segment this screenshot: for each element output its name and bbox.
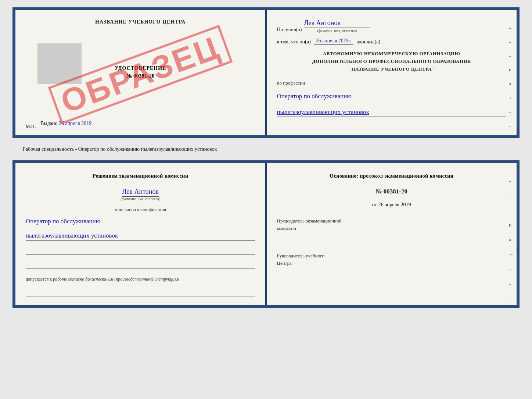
vydano-date: 26 апреля 2019 (59, 121, 91, 127)
udostoverenie-block: УДОСТОВЕРЕНИЕ № 00381-20 (115, 65, 166, 79)
vydano-label: Выдано (40, 121, 58, 126)
profession-line2: пылегазоулавливающих установок (277, 108, 507, 117)
vtom-label: в том, что он(а) (277, 39, 311, 45)
po-professii-label: по профессии (277, 80, 507, 86)
bottom-fio-name: Лев Антонов (122, 188, 159, 197)
komissii-label: комиссии (277, 225, 507, 232)
top-right-panel: Получил(а) Лев Антонов (фамилия, имя, от… (267, 10, 517, 135)
dopuskaetsya-label: допускается к (26, 277, 52, 282)
dash-right: – (372, 27, 375, 33)
poluchil-label: Получил(а) (277, 27, 302, 33)
empty-line-2 (26, 262, 255, 268)
reshen-title: Решением экзаменационной комиссии (26, 172, 255, 180)
poluchil-line: Получил(а) Лев Антонов (фамилия, имя, от… (277, 19, 507, 33)
kvalif-line2: пылегазоулавливающих установок (26, 232, 255, 241)
centra-label: Центра (277, 260, 507, 267)
protocol-number: № 00381-20 (277, 188, 507, 195)
org-line1: АВТОНОМНУЮ НЕКОММЕРЧЕСКУЮ ОРГАНИЗАЦИЮ (277, 50, 507, 58)
rukovoditel-block: Руководитель учебного Центра (277, 252, 507, 276)
recipient-name: Лев Антонов (304, 19, 370, 28)
org-line2: ДОПОЛНИТЕЛЬНОГО ПРОФЕССИОНАЛЬНОГО ОБРАЗО… (277, 58, 507, 65)
photo-placeholder (37, 43, 82, 84)
middle-label: Рабочая специальность - Оператор по обсл… (12, 144, 520, 154)
ot-label: от (372, 202, 377, 207)
predsedatel-title: Председатель экзаменационной (277, 217, 507, 225)
osnovan-title: Основание: протокол экзаменационной коми… (277, 172, 507, 180)
rukovoditel-sign-line (277, 269, 328, 276)
bottom-right-panel: Основание: протокол экзаменационной коми… (267, 163, 517, 305)
fio-sublabel: (фамилия, имя, отчество) (304, 29, 370, 33)
bottom-document: Решением экзаменационной комиссии Лев Ан… (12, 160, 520, 308)
udostoverenie-number: № 00381-20 (115, 73, 166, 79)
ot-date-line: от 26 апреля 2019 (277, 202, 507, 208)
top-document: НАЗВАНИЕ УЧЕБНОГО ЦЕНТРА УДОСТОВЕРЕНИЕ №… (12, 7, 520, 138)
predsedatel-block: Председатель экзаменационной комиссии (277, 217, 507, 241)
dopuskaetsya-block: допускается к работе согласно должностны… (26, 276, 255, 282)
vydano-line: Выдано 26 апреля 2019 (40, 121, 91, 127)
kvalif-line1: Оператор по обслуживанию (26, 218, 255, 226)
empty-line-3 (26, 290, 255, 296)
okonchil-label: окончил(а) (356, 39, 380, 45)
mp-label: М.П. (26, 124, 36, 129)
bottom-left-panel: Решением экзаменационной комиссии Лев Ан… (15, 163, 267, 305)
top-left-panel: НАЗВАНИЕ УЧЕБНОГО ЦЕНТРА УДОСТОВЕРЕНИЕ №… (15, 10, 267, 135)
vtom-date: 26 апреля 2019г. (314, 38, 354, 45)
bottom-fio-sublabel: (фамилия, имя, отчество) (121, 197, 160, 201)
udostoverenie-title: УДОСТОВЕРЕНИЕ (115, 65, 166, 71)
profession-line1: Оператор по обслуживанию (277, 93, 507, 101)
school-name-top: НАЗВАНИЕ УЧЕБНОГО ЦЕНТРА (95, 19, 186, 25)
bottom-side-dashes: – – – и а ← – – – (509, 178, 514, 302)
org-line3: " НАЗВАНИЕ УЧЕБНОГО ЦЕНТРА " (277, 65, 507, 73)
side-dashes: – – – и а ← – – – (509, 25, 514, 138)
predsedatel-sign-line (277, 234, 328, 241)
vtom-line: в том, что он(а) 26 апреля 2019г. окончи… (277, 38, 507, 45)
prisvoena-label: присвоена квалификация (26, 207, 255, 213)
ot-date-value: 26 апреля 2019 (378, 202, 411, 207)
dopuskaetsya-text: работе согласно должностным (производств… (53, 277, 179, 282)
empty-line-1 (26, 248, 255, 254)
org-block: АВТОНОМНУЮ НЕКОММЕРЧЕСКУЮ ОРГАНИЗАЦИЮ ДО… (277, 50, 507, 73)
rukovoditel-title: Руководитель учебного (277, 252, 507, 260)
